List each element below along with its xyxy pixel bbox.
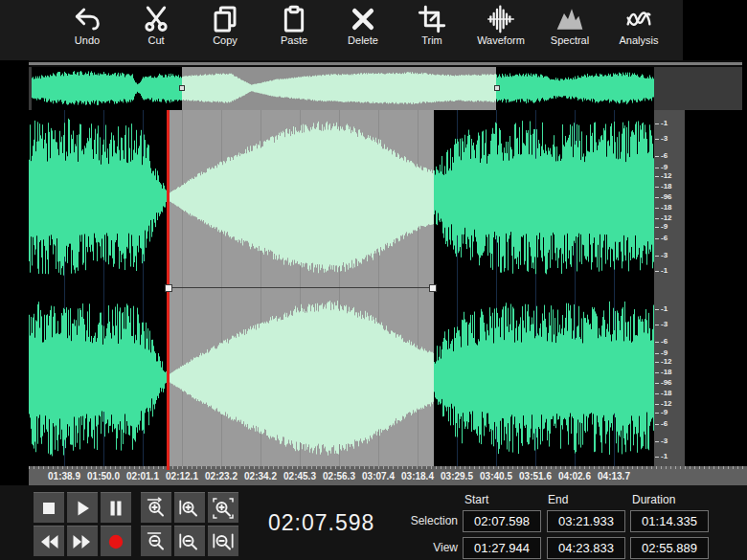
main-waveform-canvas[interactable] xyxy=(29,110,654,466)
selection-start-handle[interactable] xyxy=(165,284,172,292)
timeline-tick-label: 01:50.0 xyxy=(87,471,120,482)
view-start-field[interactable]: 01:27.944 xyxy=(463,537,541,559)
db-label: -12 xyxy=(661,400,672,408)
zoom-out-cursor-icon xyxy=(178,530,201,553)
column-header-end: End xyxy=(548,493,568,506)
db-label: -6 xyxy=(661,420,668,428)
pause-button[interactable] xyxy=(101,492,131,523)
toolbar-copy-button[interactable]: Copy xyxy=(191,0,260,60)
db-label: -18 xyxy=(661,390,672,397)
row-label-view: View xyxy=(402,541,458,554)
control-button-row xyxy=(34,526,241,556)
column-header-start: Start xyxy=(464,493,488,506)
zoom-out-horizontal-button[interactable] xyxy=(141,526,171,556)
db-tick xyxy=(655,156,659,157)
toolbar-paste-button[interactable]: Paste xyxy=(260,0,328,60)
db-tick xyxy=(655,457,659,458)
toolbar-analysis-button[interactable]: Analysis xyxy=(604,0,673,60)
current-time-display: 02:07.598 xyxy=(268,510,374,536)
toolbar-cut-button[interactable]: Cut xyxy=(122,0,191,60)
timeline-tick-label: 02:45.3 xyxy=(283,471,316,482)
db-label: -6 xyxy=(661,235,668,242)
rewind-button[interactable] xyxy=(34,526,64,556)
db-label: -3 xyxy=(661,252,668,259)
toolbar-cut-label: Cut xyxy=(147,34,164,46)
zoom-in-horizontal-button[interactable] xyxy=(141,492,171,523)
zoom-in-horizontal-icon xyxy=(145,497,168,520)
timeline-tick-label: 01:38.9 xyxy=(48,471,80,482)
analysis-icon xyxy=(623,4,654,34)
db-label: -1 xyxy=(661,305,668,313)
fast-forward-icon xyxy=(71,530,94,553)
waveform-icon xyxy=(486,4,516,34)
db-label: -12 xyxy=(661,358,672,366)
zoom-out-cursor-button[interactable] xyxy=(174,526,205,556)
zoom-in-cursor-button[interactable] xyxy=(174,492,205,523)
toolbar-undo-button[interactable]: Undo xyxy=(53,0,122,60)
record-button[interactable] xyxy=(101,526,131,556)
cut-icon xyxy=(141,4,171,34)
play-icon xyxy=(71,497,94,520)
horizontal-scrollbar xyxy=(29,60,742,67)
db-tick xyxy=(655,187,659,188)
overview-waveform-canvas[interactable] xyxy=(29,67,742,110)
db-tick xyxy=(655,383,659,384)
selection-duration-field[interactable]: 01:14.335 xyxy=(630,510,709,532)
toolbar-paste-label: Paste xyxy=(281,34,307,46)
db-tick xyxy=(655,309,659,310)
timeline-ruler[interactable]: 01:38.901:50.002:01.102:12.102:23.202:34… xyxy=(29,466,747,485)
db-tick xyxy=(655,123,659,124)
db-label: -12 xyxy=(661,214,672,222)
transport-controls xyxy=(34,492,241,559)
db-label: -9 xyxy=(661,164,668,171)
db-tick xyxy=(655,168,659,168)
timeline-tick-label: 02:34.2 xyxy=(244,471,277,482)
db-label: -9 xyxy=(661,409,668,416)
stop-icon xyxy=(37,497,60,520)
db-label: -1 xyxy=(661,267,668,275)
db-label: -18 xyxy=(661,369,672,376)
fast-forward-button[interactable] xyxy=(67,526,98,556)
db-tick xyxy=(655,441,659,442)
db-tick xyxy=(655,404,659,405)
zoom-full-button[interactable] xyxy=(208,492,238,523)
timeline-tick-label: 02:12.1 xyxy=(166,471,198,482)
db-tick xyxy=(655,218,659,219)
timeline-tick-label: 04:13.7 xyxy=(598,471,630,482)
db-tick xyxy=(655,227,659,228)
position-table: Start End Duration Selection View 02:07.… xyxy=(402,485,733,560)
timeline-tick-label: 02:23.2 xyxy=(205,471,238,482)
db-tick xyxy=(655,197,659,198)
db-tick xyxy=(655,413,659,414)
selection-end-handle[interactable] xyxy=(429,284,437,292)
timeline-tick-label: 03:07.4 xyxy=(362,471,395,482)
toolbar-spectral-button[interactable]: Spectral xyxy=(535,0,604,60)
db-label: -96 xyxy=(661,379,672,387)
zoom-selection-button[interactable] xyxy=(208,526,238,556)
stop-button[interactable] xyxy=(34,492,64,523)
scrollbar-thumb[interactable] xyxy=(29,62,742,65)
db-tick xyxy=(655,353,659,354)
db-label: -3 xyxy=(661,437,668,445)
toolbar-waveform-button[interactable]: Waveform xyxy=(466,0,535,60)
view-end-field[interactable]: 04:23.833 xyxy=(547,537,625,559)
timeline-tick-label: 03:51.6 xyxy=(519,471,552,482)
delete-icon xyxy=(348,4,378,34)
zoom-full-icon xyxy=(212,497,235,520)
toolbar-trim-button[interactable]: Trim xyxy=(397,0,466,60)
db-tick xyxy=(655,393,659,394)
column-header-duration: Duration xyxy=(632,493,675,506)
db-label: -96 xyxy=(661,193,672,201)
selection-end-field[interactable]: 03:21.933 xyxy=(547,510,625,532)
toolbar-trim-label: Trim xyxy=(421,34,442,46)
toolbar-spectral-label: Spectral xyxy=(551,34,589,46)
toolbar-analysis-label: Analysis xyxy=(620,34,659,46)
toolbar-copy-label: Copy xyxy=(213,34,238,46)
selection-start-field[interactable]: 02:07.598 xyxy=(463,510,541,532)
toolbar-delete-button[interactable]: Delete xyxy=(328,0,397,60)
db-tick xyxy=(655,271,659,272)
play-button[interactable] xyxy=(67,492,98,523)
view-duration-field[interactable]: 02:55.889 xyxy=(630,537,709,559)
copy-icon xyxy=(210,4,240,34)
timeline-tick-label: 04:02.6 xyxy=(558,471,591,482)
